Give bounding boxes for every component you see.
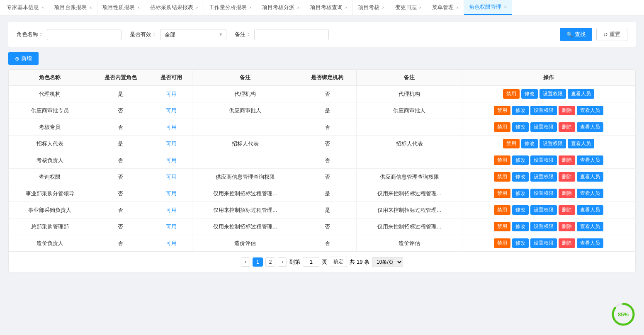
disable-button[interactable]: 禁用 [494,189,510,198]
delete-button[interactable]: 删除 [559,155,575,165]
tab-tab3[interactable]: 项目性质报表× [97,0,145,15]
disable-button[interactable]: 禁用 [494,122,510,132]
tab-label: 工作量分析报表 [209,4,247,11]
view-button[interactable]: 查看人员 [577,172,603,182]
view-button[interactable]: 查看人员 [577,155,603,165]
view-button[interactable]: 查看人员 [577,189,603,198]
search-button[interactable]: 🔍 查找 [560,28,592,41]
delete-button[interactable]: 删除 [559,172,575,182]
permission-button[interactable]: 设置权限 [530,189,557,198]
tab-label: 菜单管理 [432,4,454,11]
view-button[interactable]: 查看人员 [577,222,603,231]
page-goto-input[interactable] [303,257,319,267]
close-icon[interactable]: × [196,5,198,10]
tab-tab8[interactable]: 项目考核× [353,0,390,15]
delete-button[interactable]: 删除 [559,189,575,198]
table-row: 代理机构是可用代理机构否代理机构禁用修改设置权限查看人员 [9,86,635,102]
close-icon[interactable]: × [137,5,140,10]
permission-button[interactable]: 设置权限 [530,155,557,165]
table-row: 考核专员否可用否禁用修改设置权限删除查看人员 [9,119,635,136]
action-cell: 禁用修改设置权限删除查看人员 [462,202,635,218]
close-icon[interactable]: × [504,5,506,10]
permission-button[interactable]: 设置权限 [540,89,566,99]
add-button[interactable]: ⊕ 新增 [8,52,39,65]
tab-tab5[interactable]: 工作量分析报表× [204,0,257,15]
edit-button[interactable]: 修改 [521,139,538,148]
edit-button[interactable]: 修改 [521,89,538,99]
tab-tab7[interactable]: 项目考核查询× [305,0,353,15]
close-icon[interactable]: × [297,5,299,10]
delete-button[interactable]: 删除 [559,222,575,231]
table-row: 查询权限否可用供应商信息管理查询权限否供应商信息管理查询权限禁用修改设置权限删除… [9,169,635,185]
delete-button[interactable]: 删除 [559,238,575,248]
disable-button[interactable]: 禁用 [494,106,510,115]
permission-button[interactable]: 设置权限 [530,205,557,215]
permission-button[interactable]: 设置权限 [530,238,557,248]
disable-button[interactable]: 禁用 [494,172,510,182]
total-count: 共 19 条 [350,258,369,266]
is-valid-select[interactable]: 全部有效无效 [160,29,226,40]
permission-button[interactable]: 设置权限 [530,106,557,115]
data-table-wrap: 角色名称是否内置角色是否可用备注是否绑定机构备注操作 代理机构是可用代理机构否代… [8,69,636,272]
close-icon[interactable]: × [41,5,44,10]
tab-label: 专家基本信息 [7,4,39,11]
delete-button[interactable]: 删除 [559,106,575,115]
next-page-button[interactable]: › [278,257,287,267]
tab-tab2[interactable]: 项目台账报表× [49,0,97,15]
edit-button[interactable]: 修改 [512,155,529,165]
close-icon[interactable]: × [89,5,92,10]
disable-button[interactable]: 禁用 [494,205,510,215]
delete-button[interactable]: 删除 [559,205,575,215]
close-icon[interactable]: × [382,5,384,10]
page-1-button[interactable]: 1 [253,257,263,267]
tab-tab1[interactable]: 专家基本信息× [2,0,49,15]
view-button[interactable]: 查看人员 [568,139,594,148]
close-icon[interactable]: × [249,5,252,10]
page-2-button[interactable]: 2 [265,257,276,267]
edit-button[interactable]: 修改 [512,172,529,182]
remark-input[interactable] [254,29,329,40]
view-button[interactable]: 查看人员 [577,122,603,132]
edit-button[interactable]: 修改 [512,122,529,132]
role-name-input[interactable] [47,29,122,40]
permission-button[interactable]: 设置权限 [530,172,557,182]
table-row: 造价负责人否可用造价评估否造价评估禁用修改设置权限删除查看人员 [9,235,635,252]
table-row: 总部采购管理部否可用仅用来控制招标过程管理...否仅用来控制招标过程管理...禁… [9,218,635,235]
close-icon[interactable]: × [345,5,348,10]
delete-button[interactable]: 删除 [559,122,575,132]
view-button[interactable]: 查看人员 [577,205,603,215]
edit-button[interactable]: 修改 [512,106,529,115]
tab-tab10[interactable]: 菜单管理× [427,0,464,15]
view-button[interactable]: 查看人员 [577,106,603,115]
permission-button[interactable]: 设置权限 [530,122,557,132]
tab-label: 项目台账报表 [54,4,87,11]
prev-page-button[interactable]: ‹ [241,257,250,267]
disable-button[interactable]: 禁用 [494,238,510,248]
tab-tab6[interactable]: 项目考核分派× [257,0,305,15]
tab-tab9[interactable]: 变更日志× [390,0,427,15]
tab-label: 角色权限管理 [469,3,501,11]
disable-button[interactable]: 禁用 [494,222,510,231]
disable-button[interactable]: 禁用 [494,155,510,165]
edit-button[interactable]: 修改 [512,205,529,215]
disable-button[interactable]: 禁用 [503,139,520,148]
reset-button[interactable]: ↺ 重置 [596,28,627,41]
table-body: 代理机构是可用代理机构否代理机构禁用修改设置权限查看人员供应商审批专员否可用供应… [9,86,635,252]
permission-button[interactable]: 设置权限 [530,222,557,231]
disable-button[interactable]: 禁用 [503,89,520,99]
edit-button[interactable]: 修改 [512,238,529,248]
view-button[interactable]: 查看人员 [577,238,603,248]
close-icon[interactable]: × [456,5,459,10]
page-confirm-button[interactable]: 确定 [330,257,347,267]
edit-button[interactable]: 修改 [512,189,529,198]
column-header: 备注 [357,70,462,86]
view-button[interactable]: 查看人员 [568,89,594,99]
column-header: 是否可用 [150,70,192,86]
permission-button[interactable]: 设置权限 [540,139,566,148]
tab-tab4[interactable]: 招标采购结果报表× [145,0,204,15]
edit-button[interactable]: 修改 [512,222,529,231]
tab-tab11[interactable]: 角色权限管理× [464,0,512,15]
role-name-label: 角色名称： [17,31,44,38]
close-icon[interactable]: × [419,5,422,10]
page-size-select[interactable]: 10条/页20条/页50条/页 [372,257,403,267]
